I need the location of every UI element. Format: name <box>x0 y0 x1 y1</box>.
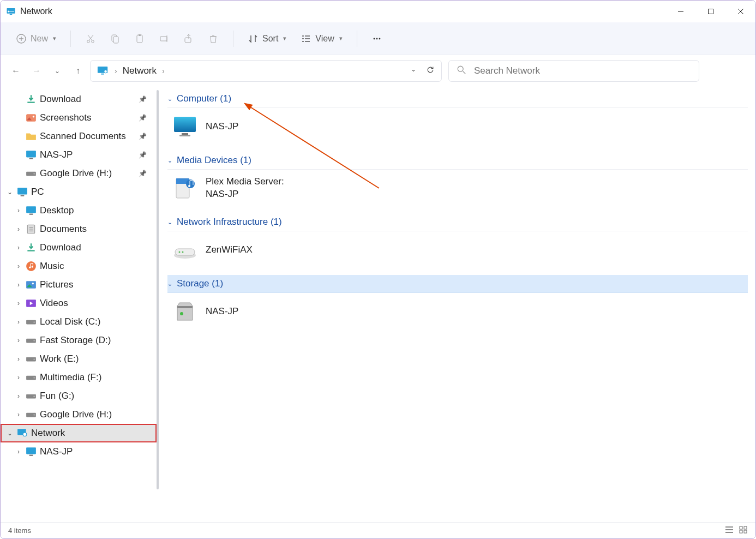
chevron-right-icon[interactable]: › <box>15 262 22 270</box>
network-item[interactable]: NAS-JP <box>167 108 752 152</box>
details-view-toggle[interactable] <box>725 526 734 535</box>
sidebar-item-network-nasjp[interactable]: › NAS-JP <box>1 442 157 461</box>
chevron-right-icon[interactable]: › <box>15 392 22 400</box>
svg-rect-51 <box>26 447 36 454</box>
tiles-view-toggle[interactable] <box>739 526 748 535</box>
forward-button[interactable]: → <box>31 66 42 76</box>
chevron-right-icon[interactable]: › <box>15 337 22 344</box>
svg-rect-69 <box>740 530 742 533</box>
search-box[interactable] <box>448 60 699 82</box>
chevron-right-icon[interactable]: › <box>15 281 22 289</box>
chevron-right-icon[interactable]: › <box>15 411 22 418</box>
new-button[interactable]: New ▾ <box>10 30 62 47</box>
sidebar-item-label: Screenshots <box>40 112 92 123</box>
sidebar-item-fast-storage-d-[interactable]: ›Fast Storage (D:) <box>1 331 157 350</box>
recent-locations-button[interactable]: ⌄ <box>52 67 63 75</box>
chevron-down-icon[interactable]: ⌄ <box>6 188 14 196</box>
sidebar-item-network[interactable]: ⌄ Network <box>1 424 157 442</box>
drive-icon <box>26 317 37 327</box>
sidebar-item-google-drive-h[interactable]: Google Drive (H:) <box>1 164 157 183</box>
address-dropdown-button[interactable]: ⌄ <box>411 65 416 76</box>
sidebar-item-label: Videos <box>40 298 68 309</box>
up-button[interactable]: ↑ <box>73 66 83 76</box>
group-header[interactable]: ⌄Storage (1) <box>167 275 748 293</box>
chevron-right-icon[interactable]: › <box>15 355 22 363</box>
paste-button[interactable] <box>129 30 151 47</box>
music-icon <box>26 261 37 271</box>
chevron-down-icon[interactable]: ⌄ <box>6 429 14 437</box>
group-header[interactable]: ⌄Media Devices (1) <box>167 152 748 170</box>
sidebar-item-work-e-[interactable]: ›Work (E:) <box>1 350 157 368</box>
network-item[interactable]: ZenWiFiAX <box>167 231 752 275</box>
chevron-right-icon[interactable]: › <box>15 318 22 326</box>
svg-point-63 <box>179 251 181 253</box>
share-button[interactable] <box>178 30 200 47</box>
sidebar-item-screenshots[interactable]: Screenshots <box>1 109 157 127</box>
chevron-right-icon[interactable]: › <box>15 244 22 251</box>
sidebar-item-music[interactable]: ›Music <box>1 257 157 276</box>
share-icon <box>183 33 194 44</box>
svg-rect-34 <box>26 281 36 288</box>
sidebar-item-google-drive-h-[interactable]: ›Google Drive (H:) <box>1 405 157 424</box>
sidebar-item-download[interactable]: Download <box>1 90 157 109</box>
sidebar-item-label: Music <box>40 261 64 272</box>
splitter[interactable] <box>157 87 160 522</box>
chevron-right-icon[interactable]: › <box>15 225 22 233</box>
close-button[interactable] <box>725 1 755 22</box>
sort-button[interactable]: Sort ▾ <box>242 30 292 47</box>
sidebar-item-local-disk-c-[interactable]: ›Local Disk (C:) <box>1 313 157 331</box>
svg-point-40 <box>33 340 34 341</box>
chevron-right-icon[interactable]: › <box>15 374 22 381</box>
refresh-button[interactable] <box>426 65 435 76</box>
sidebar-item-download[interactable]: ›Download <box>1 238 157 257</box>
chevron-right-icon[interactable]: › <box>115 67 117 75</box>
chevron-right-icon[interactable]: › <box>15 207 22 214</box>
storage-icon <box>172 298 198 325</box>
back-button[interactable]: ← <box>10 66 21 76</box>
sidebar-item-documents[interactable]: ›Documents <box>1 220 157 238</box>
chevron-right-icon[interactable]: › <box>15 300 22 307</box>
pc-icon <box>17 187 28 197</box>
svg-rect-55 <box>182 133 188 135</box>
desktop-icon <box>26 206 37 215</box>
network-icon <box>6 7 16 16</box>
sidebar-item-fun-g-[interactable]: ›Fun (G:) <box>1 387 157 405</box>
svg-point-46 <box>33 396 34 397</box>
sidebar-item-videos[interactable]: ›Videos <box>1 294 157 313</box>
drive-icon <box>26 391 37 401</box>
cut-button[interactable] <box>80 30 101 47</box>
more-button[interactable] <box>366 30 388 47</box>
folder-icon <box>26 131 37 141</box>
chevron-right-icon[interactable]: › <box>162 67 165 75</box>
view-button[interactable]: View ▾ <box>295 30 347 47</box>
breadcrumb-segment[interactable]: Network <box>123 65 157 76</box>
group-header[interactable]: ⌄Network Infrastructure (1) <box>167 213 748 231</box>
minimize-button[interactable] <box>665 1 695 22</box>
sidebar-item-multimedia-f-[interactable]: ›Multimedia (F:) <box>1 368 157 387</box>
sidebar-item-pc[interactable]: ⌄ PC <box>1 183 157 201</box>
network-item[interactable]: Plex Media Server:NAS-JP <box>167 170 752 213</box>
ellipsis-icon <box>371 33 382 44</box>
maximize-button[interactable] <box>695 1 725 22</box>
sidebar-item-pictures[interactable]: ›Pictures <box>1 276 157 294</box>
delete-button[interactable] <box>202 30 224 47</box>
rename-button[interactable] <box>153 30 175 47</box>
copy-button[interactable] <box>104 30 126 47</box>
sidebar-item-label: Google Drive (H:) <box>40 168 112 179</box>
search-input[interactable] <box>473 65 691 77</box>
nav-row: ← → ⌄ ↑ › Network › ⌄ <box>1 55 755 87</box>
chevron-right-icon[interactable]: › <box>15 448 22 456</box>
sidebar-item-scanned-documents[interactable]: Scanned Documents <box>1 127 157 146</box>
network-item[interactable]: NAS-JP <box>167 293 752 337</box>
svg-point-42 <box>33 358 34 360</box>
sidebar-item-desktop[interactable]: ›Desktop <box>1 201 157 220</box>
svg-point-18 <box>104 70 107 73</box>
nav-pane[interactable]: Download Screenshots Scanned Documents N… <box>1 87 157 522</box>
items-view[interactable]: ⌄Computer (1)NAS-JP⌄Media Devices (1)Ple… <box>160 87 755 522</box>
address-bar[interactable]: › Network › ⌄ <box>90 60 442 82</box>
sidebar-item-nas-jp[interactable]: NAS-JP <box>1 146 157 164</box>
sidebar-item-label: NAS-JP <box>40 446 73 457</box>
group-header[interactable]: ⌄Computer (1) <box>167 90 748 108</box>
svg-point-5 <box>87 40 90 43</box>
status-bar: 4 items <box>1 522 755 538</box>
